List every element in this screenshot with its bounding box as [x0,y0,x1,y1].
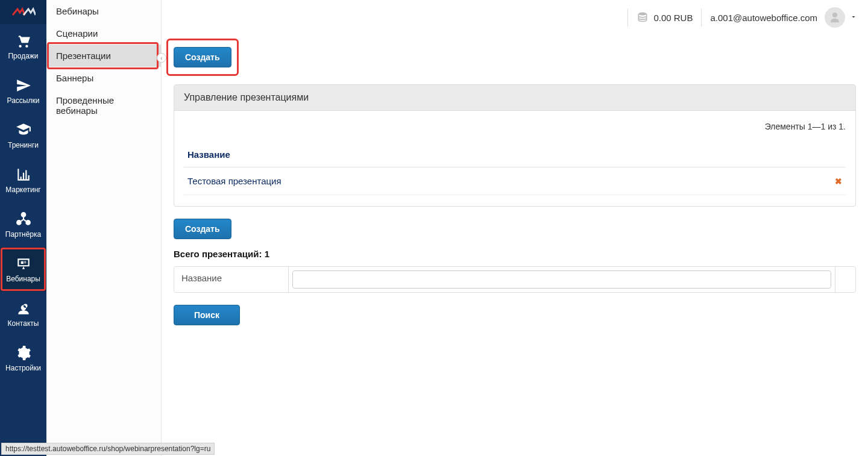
items-summary: Элементы 1—1 из 1. [184,122,846,131]
table-row: Тестовая презентация ✖ [184,167,846,195]
search-row: Название [174,266,856,293]
subnav-banners[interactable]: Баннеры [46,67,161,89]
topbar: 0.00 RUB a.001@autoweboffice.com [162,0,868,35]
sidebar-item-label: Настройки [5,364,41,372]
presentation-icon [15,255,32,272]
avatar [825,7,845,28]
create-button-top[interactable]: Создать [174,47,231,67]
gear-icon [15,345,32,361]
collapse-sidebar-toggle[interactable]: ‹ [157,53,166,63]
sidebar-item-label: Тренинги [8,141,39,149]
sidebar-item-label: Рассылки [7,96,40,105]
column-header-name[interactable]: Название [184,142,822,167]
users-icon [15,300,32,317]
content: Создать Управление презентациями Элемент… [162,35,868,456]
sidebar-item-trainings[interactable]: Тренинги [0,113,46,158]
sidebar-item-partners[interactable]: Партнёрка [0,202,46,247]
sidebar-item-label: Вебинары [6,275,40,283]
presentation-link[interactable]: Тестовая презентация [187,176,281,186]
total-counter: Всего презентаций: 1 [174,249,856,259]
sidebar-item-sales[interactable]: Продажи [0,24,46,69]
network-icon [15,211,32,228]
subnav-past-webinars[interactable]: Проведенные вебинары [46,89,161,122]
graduation-cap-icon [15,122,32,139]
user-email[interactable]: a.001@autoweboffice.com [710,13,817,23]
search-extra-cell [835,267,855,292]
sidebar-item-label: Маркетинг [5,186,40,194]
create-button-bottom[interactable]: Создать [174,219,231,239]
chevron-down-icon [850,13,857,22]
sidebar-item-mailings[interactable]: Рассылки [0,69,46,113]
sidebar-item-webinars[interactable]: Вебинары [0,247,46,292]
panel-title: Управление презентациями [174,85,855,111]
main-area: 0.00 RUB a.001@autoweboffice.com Создать… [162,0,868,456]
sidebar-secondary: Вебинары Сценарии Презентации Баннеры Пр… [46,0,162,456]
user-menu[interactable] [825,7,857,28]
cart-icon [15,33,32,49]
svg-point-0 [639,12,647,15]
subnav-presentations[interactable]: Презентации [46,45,161,67]
subnav-scenarios[interactable]: Сценарии [46,22,161,45]
sidebar-item-label: Контакты [8,319,39,328]
chevron-left-icon: ‹ [160,55,162,61]
sidebar-item-label: Партнёрка [5,230,41,239]
delete-icon[interactable]: ✖ [835,176,842,186]
sidebar-item-marketing[interactable]: Маркетинг [0,158,46,202]
search-button[interactable]: Поиск [174,305,240,325]
presentations-panel: Управление презентациями Элементы 1—1 из… [174,84,856,207]
presentations-table: Название Тестовая презентация ✖ [184,142,846,195]
balance-value: 0.00 RUB [653,13,693,23]
paper-plane-icon [15,77,32,94]
coins-icon [637,11,649,25]
sidebar-item-contacts[interactable]: Контакты [0,292,46,336]
search-label: Название [174,267,289,292]
app-logo[interactable] [0,0,46,24]
balance-display[interactable]: 0.00 RUB [637,11,693,25]
sidebar-item-settings[interactable]: Настройки [0,336,46,381]
search-input[interactable] [292,270,831,289]
sidebar-item-label: Продажи [8,52,38,60]
chart-icon [15,166,32,183]
sidebar-primary: Продажи Рассылки Тренинги Маркетинг Парт… [0,0,46,456]
subnav-webinars[interactable]: Вебинары [46,0,161,22]
status-bar-url: https://testtest.autoweboffice.ru/shop/w… [1,443,215,455]
